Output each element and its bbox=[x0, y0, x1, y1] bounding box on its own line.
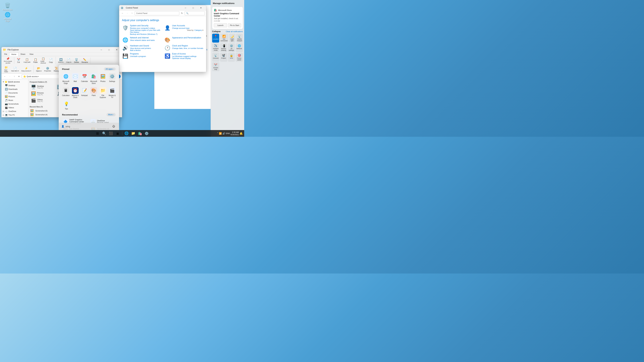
delete-button[interactable]: 🗑️Delete bbox=[73, 58, 80, 63]
sidebar-item-quick-access[interactable]: ▾⭐Quick access bbox=[2, 80, 28, 84]
sm-search-field[interactable]: wing bbox=[66, 125, 110, 128]
start-button[interactable]: ⊞ bbox=[94, 130, 100, 136]
qs-connect-button[interactable]: 📡 Connect bbox=[212, 53, 219, 62]
clear-notifications-button[interactable]: Clear all notifications bbox=[226, 30, 243, 32]
nav-up-button[interactable]: ↑ bbox=[12, 74, 16, 78]
cp-search[interactable]: 🔍 bbox=[185, 11, 205, 15]
search-button[interactable]: 🔍 bbox=[101, 130, 107, 136]
app-calendar[interactable]: 📅 Calendar bbox=[80, 72, 89, 85]
cp-ease-of-access[interactable]: ♿ Ease of Access Let Windows suggest set… bbox=[164, 53, 204, 59]
desktop-icon-recycle-bin[interactable]: 🗑️ Recycle Bin bbox=[2, 2, 14, 11]
qs-location-button[interactable]: 📍 Location bbox=[212, 34, 219, 42]
qs-project-button[interactable]: 📽️ Project bbox=[220, 53, 227, 62]
qs-mobile-hotspot-button[interactable]: 📡 Mobile hotspot bbox=[236, 34, 243, 42]
sidebar-item-documents[interactable]: 📄Documents bbox=[2, 91, 28, 95]
paste-shortcut-button[interactable]: 📋Pasteshortcut bbox=[40, 57, 47, 64]
sidebar-item-videos[interactable]: 🎬Videos bbox=[2, 106, 28, 109]
sidebar-item-screenshots[interactable]: 📷Screenshots bbox=[2, 102, 28, 106]
sidebar-item-desktop[interactable]: 🖥️Desktop bbox=[2, 84, 28, 87]
desktop-icon-edge[interactable]: 🌐 Microsoft Edge bbox=[2, 11, 14, 23]
app-mail[interactable]: ✉️ Mail bbox=[71, 72, 80, 85]
cp-hardware-sound[interactable]: 🔊 Hardware and Sound View devices and pr… bbox=[122, 44, 161, 51]
cp-refresh[interactable]: ↻ bbox=[180, 11, 184, 15]
easy-access-button[interactable]: ⚡Easy access ▾ bbox=[20, 66, 32, 72]
taskbar-store-button[interactable]: 🛍️ bbox=[137, 130, 143, 136]
qs-not-connected-button[interactable]: 📶 Not connected bbox=[220, 34, 228, 42]
sidebar-item-pictures[interactable]: 🖼️Pictures bbox=[2, 95, 28, 98]
app-file-explorer[interactable]: 📁 File Explorer bbox=[98, 86, 107, 99]
cp-maximize-button[interactable]: □ bbox=[189, 5, 197, 10]
qs-network-button[interactable]: 🌐 Network bbox=[236, 43, 243, 52]
copy-to-button[interactable]: 📄Copy to bbox=[65, 58, 72, 63]
sidebar-item-downloads[interactable]: ⬇️Downloads bbox=[2, 87, 28, 91]
rename-button[interactable]: ✏️Rename bbox=[81, 58, 89, 63]
notification-button[interactable]: 🔔 bbox=[240, 132, 243, 135]
cp-nav-back[interactable]: ← bbox=[120, 11, 124, 15]
app-microsoft-store[interactable]: 🛍️ Microsoft Store bbox=[90, 72, 98, 85]
folder-videos[interactable]: 🎬 Videos This PC bbox=[30, 97, 55, 103]
sidebar-item-music[interactable]: 🎵Music bbox=[2, 98, 28, 102]
taskbar-edge-button[interactable]: 🌐 bbox=[124, 130, 130, 136]
cp-appearance[interactable]: 🎨 Appearance and Personalization bbox=[164, 36, 204, 43]
fe-tab-file[interactable]: File bbox=[2, 52, 9, 56]
all-apps-button[interactable]: All apps › bbox=[104, 67, 116, 71]
notif-manage-label[interactable]: Manage notifications bbox=[213, 2, 234, 4]
tray-network-icon[interactable]: 📶 bbox=[219, 132, 222, 135]
pin-to-start-button[interactable]: Pin to Start bbox=[228, 23, 241, 27]
sidebar-item-this-pc[interactable]: ▷💻This PC bbox=[2, 113, 28, 117]
cp-nav-forward[interactable]: → bbox=[125, 11, 129, 15]
qs-all-settings-button[interactable]: ⚙️ All settings bbox=[228, 43, 235, 52]
properties-button[interactable]: ⚙️Properties bbox=[43, 66, 52, 72]
collapse-label[interactable]: Collapse bbox=[212, 30, 220, 33]
folder-desktop[interactable]: 🖥️ Desktop This PC bbox=[30, 84, 55, 90]
move-to-button[interactable]: ➡️Move to bbox=[57, 58, 64, 63]
folder-pictures[interactable]: 🖼️ Pictures This PC bbox=[30, 91, 55, 97]
app-paint[interactable]: 🎨 Paint bbox=[90, 86, 98, 99]
app-notepad[interactable]: 📝 Notepad bbox=[80, 86, 89, 99]
sidebar-item-onedrive[interactable]: ▷☁️OneDrive bbox=[2, 109, 28, 113]
launch-button[interactable]: Launch bbox=[214, 23, 227, 27]
cp-close-button[interactable]: ✕ bbox=[197, 5, 205, 10]
app-settings[interactable]: ⚙️ Settings bbox=[108, 72, 116, 85]
app-alarms-clock[interactable]: ⏰ Alarms & Clock bbox=[71, 86, 80, 99]
maximize-button[interactable]: □ bbox=[105, 47, 113, 52]
copy-path-button[interactable]: 📋Copy path bbox=[23, 58, 32, 63]
viewby-control[interactable]: View by: Category ▾ bbox=[187, 29, 204, 31]
copy-button[interactable]: 📄Copy bbox=[48, 58, 54, 63]
tray-volume-icon[interactable]: 🔊 bbox=[222, 132, 225, 135]
app-tips[interactable]: 💡 Tips bbox=[62, 99, 72, 111]
cp-minimize-button[interactable]: ─ bbox=[182, 5, 189, 10]
app-microsoft-edge[interactable]: 🌐 Microsoft Edge bbox=[62, 72, 70, 85]
nav-forward-button[interactable]: → bbox=[8, 74, 12, 78]
more-button[interactable]: More › bbox=[106, 113, 116, 116]
qs-nearby-sharing-button[interactable]: 📲 Nearby sharing bbox=[220, 43, 227, 52]
cp-programs[interactable]: 💾 Programs Uninstall a program bbox=[122, 53, 161, 59]
cut-button[interactable]: ✂️Cut bbox=[15, 58, 22, 63]
cp-system-security[interactable]: 🛡️ System and Security Review your compu… bbox=[122, 24, 161, 35]
qs-focus-assist-button[interactable]: 🎯 Focus assist bbox=[236, 53, 243, 62]
qs-screen-snip-button[interactable]: ✂️ Screen snip bbox=[212, 62, 219, 71]
nav-back-button[interactable]: ← bbox=[3, 74, 7, 78]
app-photos[interactable]: 🖼️ Photos bbox=[98, 72, 107, 85]
open-button[interactable]: 📂Open ▾ bbox=[35, 66, 42, 72]
app-movies-tv[interactable]: 🎬 Movies & TV bbox=[108, 86, 116, 99]
fe-tab-home[interactable]: Home bbox=[9, 52, 18, 56]
new-folder-button[interactable]: 📁Newfolder bbox=[3, 65, 10, 73]
taskview-button[interactable]: ⬛ bbox=[108, 130, 114, 136]
cp-address-bar[interactable]: Control Panel bbox=[135, 11, 179, 15]
minimize-button[interactable]: ─ bbox=[98, 47, 105, 52]
new-item-button[interactable]: 📄New item ▾ bbox=[10, 66, 20, 72]
widgets-button[interactable]: ▦ bbox=[115, 130, 121, 136]
nav-recent-button[interactable]: ▾ bbox=[17, 74, 21, 78]
taskbar-settings-button[interactable]: ⚙️ bbox=[144, 130, 150, 136]
qs-vpn-button[interactable]: 🔒 VPN bbox=[228, 53, 235, 62]
cp-nav-up[interactable]: ↑ bbox=[130, 11, 134, 15]
paste-button[interactable]: 📋Paste bbox=[32, 58, 39, 63]
tray-up-arrow[interactable]: ˄ bbox=[217, 132, 218, 135]
taskbar-file-explorer-button[interactable]: 📁 bbox=[130, 130, 136, 136]
cp-clock-region[interactable]: 🕐 Clock and Region Change date, time, or… bbox=[164, 44, 204, 51]
fe-tab-view[interactable]: View bbox=[27, 52, 36, 56]
pin-to-quickaccess-button[interactable]: 📌 Pin to Quickaccess bbox=[3, 57, 13, 64]
sidebar-item-drive-d[interactable]: ▷💿CCCOMA_X64F (D:) bbox=[2, 117, 28, 117]
app-calculator[interactable]: 🖩 Calculator bbox=[62, 86, 70, 99]
